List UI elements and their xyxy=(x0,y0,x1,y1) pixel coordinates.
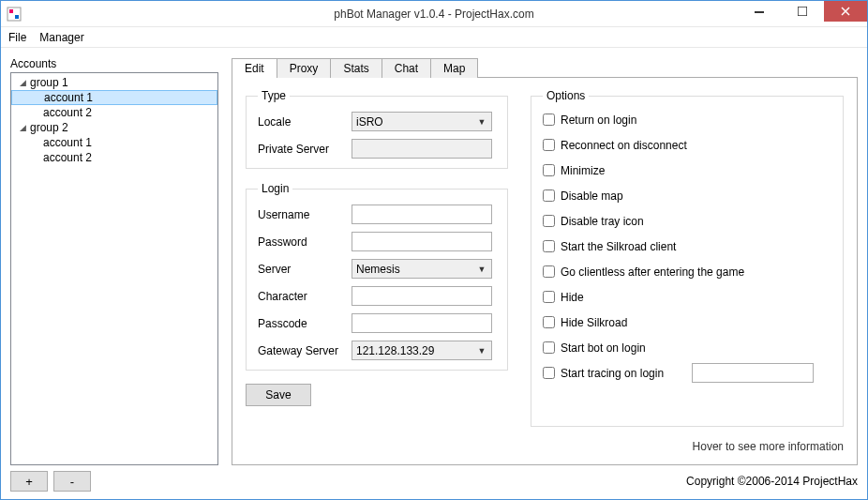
character-input[interactable] xyxy=(352,286,492,306)
option-label: Hide Silkroad xyxy=(561,316,627,329)
tab-panel-edit: Type Locale ▼ Private Server xyxy=(232,77,858,465)
return-on-login-checkbox[interactable] xyxy=(543,114,555,126)
tab-edit[interactable]: Edit xyxy=(232,58,277,78)
tree-group-label: group 1 xyxy=(30,76,68,89)
tree-item-label: account 2 xyxy=(43,151,92,164)
option-label: Reconnect on disconnect xyxy=(561,139,687,152)
server-select[interactable]: ▼ xyxy=(352,259,492,279)
hover-info: Hover to see more information xyxy=(531,440,844,453)
maximize-button[interactable] xyxy=(781,1,824,22)
login-group: Login Username Password xyxy=(246,182,508,371)
start-tracing-input[interactable] xyxy=(692,363,814,383)
accounts-tree[interactable]: ◢ group 1 account 1 account 2 ◢ group 2 xyxy=(10,72,218,465)
type-legend: Type xyxy=(258,89,290,102)
passcode-input[interactable] xyxy=(352,313,492,333)
maximize-icon xyxy=(798,7,807,16)
go-clientless-checkbox[interactable] xyxy=(543,265,555,278)
tree-group[interactable]: ◢ group 1 xyxy=(11,75,217,90)
save-button[interactable]: Save xyxy=(246,384,311,406)
gateway-value[interactable] xyxy=(352,341,492,360)
minimize-icon xyxy=(755,7,764,16)
sidebar-label: Accounts xyxy=(10,57,218,70)
password-input[interactable] xyxy=(352,232,492,251)
option-label: Start the Silkroad client xyxy=(561,240,676,253)
svg-rect-2 xyxy=(15,15,19,19)
close-icon xyxy=(841,7,850,16)
option-label: Go clientless after entering the game xyxy=(561,265,744,279)
minimize-button[interactable] xyxy=(738,1,781,22)
tab-stats[interactable]: Stats xyxy=(330,58,382,78)
locale-label: Locale xyxy=(258,115,352,129)
menu-manager[interactable]: Manager xyxy=(39,31,83,44)
tab-proxy[interactable]: Proxy xyxy=(277,58,332,78)
svg-rect-4 xyxy=(798,7,807,16)
svg-rect-3 xyxy=(755,11,764,13)
app-icon xyxy=(7,7,22,22)
minimize-checkbox[interactable] xyxy=(543,164,555,176)
tree-item[interactable]: account 1 xyxy=(11,135,217,150)
option-label: Disable map xyxy=(561,189,623,203)
tab-map[interactable]: Map xyxy=(430,58,478,78)
password-label: Password xyxy=(258,235,352,249)
character-label: Character xyxy=(258,290,352,303)
locale-value[interactable] xyxy=(352,112,492,131)
disable-map-checkbox[interactable] xyxy=(543,189,555,202)
tree-item-label: account 1 xyxy=(43,136,92,149)
tree-item[interactable]: account 1 xyxy=(11,90,217,105)
copyright: Copyright ©2006-2014 ProjectHax xyxy=(686,475,858,488)
window-controls xyxy=(738,1,867,22)
passcode-label: Passcode xyxy=(258,317,352,330)
main-panel: Edit Proxy Stats Chat Map Type Locale xyxy=(232,57,858,465)
titlebar[interactable]: phBot Manager v1.0.4 - ProjectHax.com xyxy=(1,1,867,27)
hide-silkroad-checkbox[interactable] xyxy=(543,316,555,328)
app-window: phBot Manager v1.0.4 - ProjectHax.com Fi… xyxy=(0,0,868,500)
disable-tray-checkbox[interactable] xyxy=(543,215,555,227)
locale-select[interactable]: ▼ xyxy=(352,112,492,131)
expand-icon[interactable]: ◢ xyxy=(17,122,28,133)
option-label: Start bot on login xyxy=(561,341,646,355)
tree-item-label: account 2 xyxy=(43,106,92,119)
option-label: Minimize xyxy=(561,164,605,177)
gateway-select[interactable]: ▼ xyxy=(352,341,492,360)
bottom-bar: + - Copyright ©2006-2014 ProjectHax xyxy=(1,465,867,499)
expand-icon[interactable]: ◢ xyxy=(17,77,28,88)
username-label: Username xyxy=(258,208,352,221)
private-server-label: Private Server xyxy=(258,143,352,156)
tab-strip: Edit Proxy Stats Chat Map xyxy=(232,58,858,78)
tree-item-label: account 1 xyxy=(44,91,93,104)
hide-checkbox[interactable] xyxy=(543,291,555,303)
menubar: File Manager xyxy=(1,27,867,48)
start-tracing-checkbox[interactable] xyxy=(543,367,555,379)
remove-account-button[interactable]: - xyxy=(53,471,91,492)
private-server-input xyxy=(352,139,492,159)
tree-group-label: group 2 xyxy=(30,121,68,134)
option-label: Return on login xyxy=(561,114,636,127)
client-area: Accounts ◢ group 1 account 1 account 2 ◢… xyxy=(1,50,867,499)
start-client-checkbox[interactable] xyxy=(543,240,555,252)
tree-item[interactable]: account 2 xyxy=(11,105,217,120)
tree-group[interactable]: ◢ group 2 xyxy=(11,120,217,135)
svg-rect-1 xyxy=(9,9,13,13)
close-button[interactable] xyxy=(824,1,867,22)
menu-file[interactable]: File xyxy=(8,31,26,44)
tab-chat[interactable]: Chat xyxy=(382,58,431,78)
type-group: Type Locale ▼ Private Server xyxy=(246,89,508,169)
option-label: Disable tray icon xyxy=(561,215,644,228)
add-account-button[interactable]: + xyxy=(10,471,48,492)
server-label: Server xyxy=(258,263,352,276)
option-label: Hide xyxy=(561,291,584,304)
reconnect-checkbox[interactable] xyxy=(543,139,555,151)
login-legend: Login xyxy=(258,182,292,195)
server-value[interactable] xyxy=(352,259,492,279)
sidebar: Accounts ◢ group 1 account 1 account 2 ◢… xyxy=(10,57,218,465)
gateway-label: Gateway Server xyxy=(258,344,352,357)
option-label: Start tracing on login xyxy=(561,367,664,380)
username-input[interactable] xyxy=(352,205,492,224)
start-bot-checkbox[interactable] xyxy=(543,341,555,354)
options-group: Options Return on login Reconnect on dis… xyxy=(531,89,844,427)
tree-item[interactable]: account 2 xyxy=(11,150,217,165)
options-legend: Options xyxy=(543,89,589,102)
